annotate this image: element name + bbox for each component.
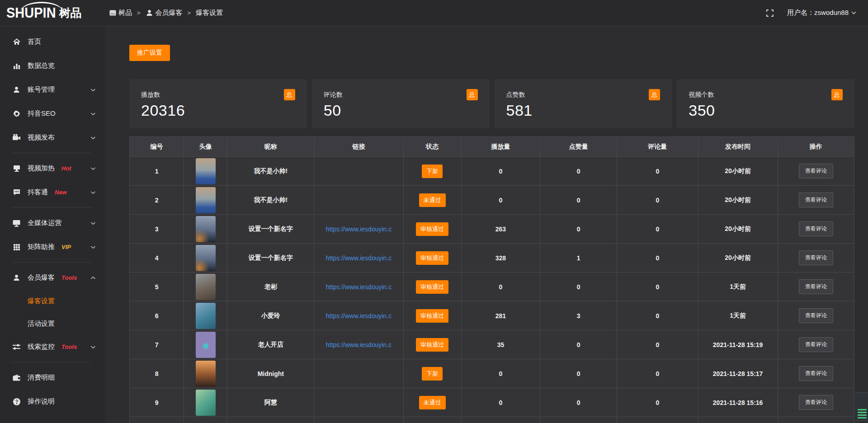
view-comments-button[interactable]: 查看评论 bbox=[799, 221, 833, 236]
sidebar-item-抖客通[interactable]: 抖客通New bbox=[0, 180, 105, 204]
cell-id: 8 bbox=[130, 359, 184, 388]
cell-publish-time: 20小时前 bbox=[698, 215, 778, 243]
sidebar-item-全媒体运营[interactable]: 全媒体运营 bbox=[0, 211, 105, 235]
view-comments-button[interactable]: 查看评论 bbox=[799, 279, 833, 294]
breadcrumb-label: 会员爆客 bbox=[156, 9, 183, 17]
cell-status: 下架 bbox=[404, 157, 462, 185]
cell-likes: 0 bbox=[540, 273, 617, 301]
sidebar-item-label: 矩阵助推 bbox=[28, 243, 55, 251]
table-header-row: 编号头像昵称链接状态播放量点赞量评论量发布时间操作 bbox=[130, 137, 854, 157]
sidebar-item-视频发布[interactable]: 视频发布 bbox=[0, 126, 105, 150]
monitor-icon bbox=[12, 219, 21, 227]
view-comments-button[interactable]: 查看评论 bbox=[799, 250, 833, 265]
sidebar-item-抖音SEO[interactable]: 抖音SEO bbox=[0, 102, 105, 126]
user-menu[interactable]: 用户名：zswodun88 bbox=[787, 9, 856, 17]
cell-likes: 3 bbox=[540, 301, 617, 330]
floating-helper-widget[interactable] bbox=[854, 392, 868, 421]
table-header-评论量: 评论量 bbox=[617, 137, 698, 156]
status-badge: 未通过 bbox=[419, 193, 446, 207]
chevron-down-icon bbox=[90, 167, 96, 170]
promo-settings-button[interactable]: 推广设置 bbox=[129, 45, 170, 61]
gear-icon bbox=[12, 109, 21, 118]
sidebar-item-label: 视频加热 bbox=[28, 164, 55, 173]
view-comments-button[interactable]: 查看评论 bbox=[799, 337, 833, 352]
cell-likes: 0 bbox=[540, 215, 617, 243]
cell-actions: 查看评论 bbox=[778, 215, 854, 243]
view-comments-button[interactable]: 查看评论 bbox=[799, 193, 833, 207]
status-badge: 未通过 bbox=[419, 396, 446, 409]
breadcrumb-item[interactable]: 会员爆客 bbox=[146, 9, 183, 17]
table-row: 3设置一个新名字https://www.iesdouyin.c审核通过26300… bbox=[130, 215, 854, 244]
stat-card-label: 播放数 bbox=[141, 91, 160, 99]
cell-actions: 查看评论 bbox=[778, 359, 854, 388]
cell-comments: 0 bbox=[617, 359, 698, 388]
sidebar-item-线索监控[interactable]: 线索监控Tools bbox=[0, 335, 105, 359]
sidebar-item-视频加热[interactable]: 视频加热Hot bbox=[0, 156, 105, 180]
sidebar-item-矩阵助推[interactable]: 矩阵助推VIP bbox=[0, 235, 105, 259]
stat-card-value: 350 bbox=[689, 102, 843, 119]
view-comments-button[interactable]: 查看评论 bbox=[799, 395, 833, 410]
cell-id: 7 bbox=[130, 330, 184, 359]
heat-icon bbox=[12, 164, 21, 173]
cell-plays: 0 bbox=[462, 388, 541, 417]
breadcrumb-item[interactable]: 树品 bbox=[109, 9, 132, 17]
sidebar-divider bbox=[12, 262, 91, 263]
cell-status: 下架 bbox=[404, 359, 462, 388]
video-link[interactable]: https://www.iesdouyin.c bbox=[326, 254, 392, 262]
sidebar-subitem-活动设置[interactable]: 活动设置 bbox=[0, 312, 105, 335]
sidebar-subitem-爆客设置[interactable]: 爆客设置 bbox=[0, 290, 105, 312]
sidebar-item-账号管理[interactable]: 账号管理 bbox=[0, 78, 105, 102]
sidebar-divider bbox=[12, 362, 91, 362]
sidebar-item-tag: Hot bbox=[61, 165, 71, 172]
avatar bbox=[196, 187, 216, 213]
cell-actions: 查看评论 bbox=[778, 330, 854, 359]
cell-avatar bbox=[184, 359, 227, 388]
cell-comments: 0 bbox=[617, 301, 698, 330]
fullscreen-icon[interactable] bbox=[766, 9, 774, 17]
cell-plays: 0 bbox=[462, 186, 541, 214]
cell-id: 6 bbox=[130, 301, 184, 330]
cell-plays: 263 bbox=[462, 215, 541, 243]
table-header-昵称: 昵称 bbox=[227, 137, 314, 156]
chevron-down-icon bbox=[90, 191, 96, 194]
table-header-操作: 操作 bbox=[778, 137, 854, 156]
sidebar-item-首页[interactable]: 首页 bbox=[0, 30, 105, 54]
cell-avatar bbox=[184, 244, 227, 272]
cell-actions: 查看评论 bbox=[778, 157, 854, 185]
cell-status: 审核通过 bbox=[404, 244, 462, 272]
cell-status: 未通过 bbox=[404, 388, 462, 417]
sidebar-item-label: 全媒体运营 bbox=[28, 219, 61, 227]
cell-link: https://www.iesdouyin.c bbox=[314, 273, 403, 301]
cell-link bbox=[314, 359, 403, 388]
cell-likes: 1 bbox=[540, 244, 617, 272]
chat-icon bbox=[12, 188, 21, 197]
video-link[interactable]: https://www.iesdouyin.c bbox=[326, 312, 392, 320]
main-content: 推广设置 播放数总20316评论数总50点赞数总581视频个数总350 编号头像… bbox=[105, 26, 868, 423]
breadcrumb-separator: > bbox=[137, 9, 141, 16]
cell-comments: 0 bbox=[617, 273, 698, 301]
breadcrumb-item[interactable]: 爆客设置 bbox=[196, 9, 223, 17]
sidebar-item-label: 首页 bbox=[28, 38, 41, 46]
cell-link: https://www.iesdouyin.c bbox=[314, 330, 403, 359]
stat-cards: 播放数总20316评论数总50点赞数总581视频个数总350 bbox=[129, 79, 854, 128]
sidebar-item-消费明细[interactable]: 消费明细 bbox=[0, 366, 105, 390]
video-link[interactable]: https://www.iesdouyin.c bbox=[326, 226, 392, 233]
sidebar-item-tag: VIP bbox=[61, 244, 71, 250]
avatar bbox=[196, 332, 216, 358]
cell-nickname: 老人开店 bbox=[227, 330, 314, 359]
cell-actions: 查看评论 bbox=[778, 273, 854, 301]
sidebar-item-label: 抖音SEO bbox=[28, 109, 56, 118]
chevron-down-icon bbox=[90, 221, 96, 225]
sidebar-item-数据总览[interactable]: 数据总览 bbox=[0, 54, 105, 78]
cell-likes: 0 bbox=[540, 388, 617, 417]
album-icon bbox=[109, 10, 116, 16]
view-comments-button[interactable]: 查看评论 bbox=[799, 164, 833, 179]
sidebar-item-操作说明[interactable]: 操作说明 bbox=[0, 390, 105, 414]
cell-plays: 0 bbox=[462, 157, 541, 185]
video-link[interactable]: https://www.iesdouyin.c bbox=[326, 341, 392, 348]
video-link[interactable]: https://www.iesdouyin.c bbox=[326, 283, 392, 291]
cell-link bbox=[314, 388, 403, 417]
view-comments-button[interactable]: 查看评论 bbox=[799, 308, 833, 323]
sidebar-item-会员爆客[interactable]: 会员爆客Tools bbox=[0, 266, 105, 290]
view-comments-button[interactable]: 查看评论 bbox=[799, 366, 833, 381]
